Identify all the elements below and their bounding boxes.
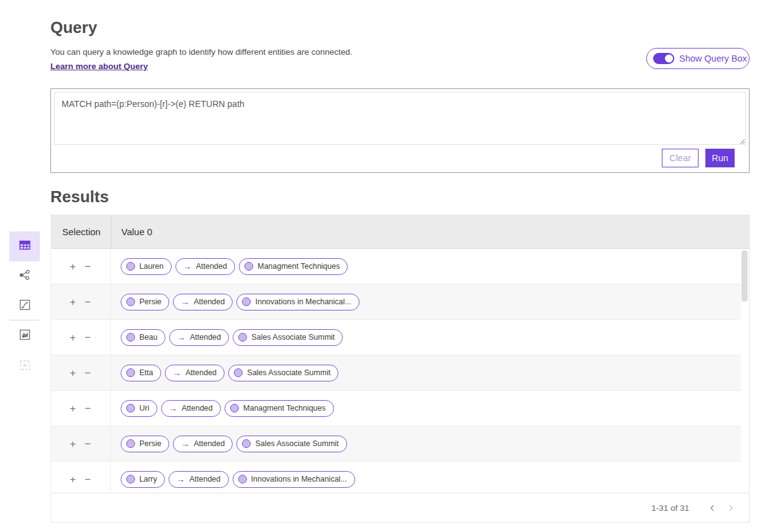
entity-label: Sales Associate Summit (247, 368, 330, 377)
relationship-chip[interactable]: → Attended (173, 436, 233, 452)
toggle-knob (664, 54, 674, 64)
table-footer: 1-31 of 31 ‹ › (51, 493, 749, 522)
remove-selection-button[interactable]: − (85, 332, 91, 343)
add-selection-button[interactable]: + (70, 332, 76, 343)
entity-label: Beau (139, 333, 157, 342)
arrow-right-icon: → (167, 403, 177, 413)
rail-divider (9, 320, 40, 320)
query-input[interactable]: MATCH path=(p:Person)-[r]->(e) RETURN pa… (54, 92, 746, 145)
entity-label: Sales Associate Summit (251, 333, 335, 342)
relationship-chip[interactable]: → Attended (173, 294, 233, 310)
entity-chip[interactable]: Lauren (121, 258, 172, 275)
entity-chip[interactable]: Sales Associate Summit (236, 436, 346, 452)
entity-label: Persie (139, 297, 161, 306)
clear-button[interactable]: Clear (662, 149, 699, 167)
arrow-right-icon: → (179, 297, 189, 307)
table-row: + − Persie → Attended Innovations in Mec… (51, 284, 741, 320)
entity-node-icon (126, 262, 135, 271)
add-selection-button[interactable]: + (70, 368, 76, 378)
entity-label: Lauren (139, 262, 164, 271)
add-selection-button[interactable]: + (70, 297, 76, 307)
new-view-disabled-icon (18, 358, 32, 375)
arrow-right-icon: → (181, 261, 192, 271)
relationship-label: Attended (190, 333, 221, 342)
remove-selection-button[interactable]: − (85, 474, 91, 485)
value-cell: Beau → Attended Sales Associate Summit (111, 320, 741, 355)
entity-chip[interactable]: Sales Associate Summit (228, 365, 338, 381)
relationship-label: Attended (193, 439, 225, 448)
entity-chip[interactable]: Etta (121, 365, 161, 381)
new-view-button[interactable] (9, 352, 40, 381)
entity-node-icon (244, 262, 253, 271)
table-view-button[interactable] (9, 231, 40, 261)
entity-chip[interactable]: Persie (121, 436, 169, 452)
remove-selection-button[interactable]: − (85, 368, 91, 378)
entity-chip[interactable]: Uri (121, 400, 157, 417)
remove-selection-button[interactable]: − (85, 261, 91, 272)
add-selection-button[interactable]: + (70, 474, 76, 485)
entity-label: Uri (139, 404, 149, 413)
selection-cell: + − (51, 391, 111, 426)
entity-chip[interactable]: Innovations in Mechanical... (233, 471, 355, 488)
add-selection-button[interactable]: + (70, 261, 76, 272)
entity-chip[interactable]: Sales Associate Summit (233, 329, 343, 346)
pagination-prev-button[interactable]: ‹ (703, 501, 722, 515)
table-row: + − Larry → Attended Innovations in Mech… (51, 462, 741, 493)
selection-cell: + − (51, 249, 111, 284)
entity-chip[interactable]: Managment Techniques (239, 258, 348, 275)
relationship-label: Attended (182, 404, 213, 413)
table-scrollbar[interactable] (741, 250, 748, 302)
value-cell: Larry → Attended Innovations in Mechanic… (111, 462, 741, 493)
entity-label: Larry (139, 475, 157, 483)
entity-chip[interactable]: Larry (121, 471, 165, 488)
table-view-icon (18, 238, 32, 254)
pagination-next-button[interactable]: › (722, 501, 740, 515)
add-selection-button[interactable]: + (70, 403, 76, 414)
table-header: Selection Value 0 (51, 215, 749, 249)
arrow-right-icon: → (179, 439, 189, 449)
relationship-chip[interactable]: → Attended (175, 258, 235, 275)
entity-label: Innovations in Mechanical... (251, 475, 347, 483)
relationship-chip[interactable]: → Attended (161, 400, 221, 417)
entity-chip[interactable]: Beau (121, 329, 165, 346)
pagination-label: 1-31 of 31 (651, 503, 689, 513)
toggle-label: Show Query Box (679, 54, 747, 63)
remove-selection-button[interactable]: − (85, 403, 91, 414)
entity-node-icon (242, 297, 251, 306)
entity-node-icon (242, 439, 251, 448)
selection-cell: + − (51, 462, 111, 493)
table-row: + − Uri → Attended Managment Techniques (51, 391, 741, 426)
remove-selection-button[interactable]: − (85, 439, 91, 449)
entity-node-icon (126, 439, 135, 448)
entity-node-icon (126, 475, 135, 483)
toggle-on-icon[interactable] (653, 53, 674, 64)
relationship-chip[interactable]: → Attended (169, 471, 228, 488)
entity-node-icon (126, 297, 135, 306)
show-query-box-toggle[interactable]: Show Query Box (646, 48, 750, 69)
entity-node-icon (230, 404, 239, 413)
add-selection-button[interactable]: + (70, 439, 76, 449)
chart-curve-icon (18, 298, 32, 314)
column-header-selection: Selection (51, 215, 111, 248)
entity-chip[interactable]: Persie (121, 294, 169, 310)
relationship-label: Attended (185, 368, 216, 377)
entity-label: Etta (139, 368, 153, 377)
relationship-chip[interactable]: → Attended (165, 365, 225, 381)
query-actions: Clear Run (662, 149, 735, 167)
link-chart-view-button[interactable] (9, 261, 40, 291)
entity-chip[interactable]: Managment Techniques (225, 400, 334, 417)
entity-node-icon (238, 475, 247, 483)
selection-cell: + − (51, 284, 111, 319)
arrow-right-icon: → (170, 368, 181, 378)
value-cell: Persie → Attended Sales Associate Summit (111, 426, 741, 461)
remove-selection-button[interactable]: − (85, 297, 91, 307)
chart-view-button[interactable] (9, 291, 40, 321)
selection-cell: + − (51, 320, 111, 355)
learn-more-link[interactable]: Learn more about Query (50, 62, 148, 71)
relationship-chip[interactable]: → Attended (169, 329, 229, 346)
arrow-right-icon: → (175, 332, 185, 342)
entity-label: Managment Techniques (243, 404, 326, 413)
run-button[interactable]: Run (705, 149, 735, 167)
map-view-button[interactable] (9, 321, 40, 351)
entity-chip[interactable]: Innovations in Mechanical... (236, 294, 359, 310)
